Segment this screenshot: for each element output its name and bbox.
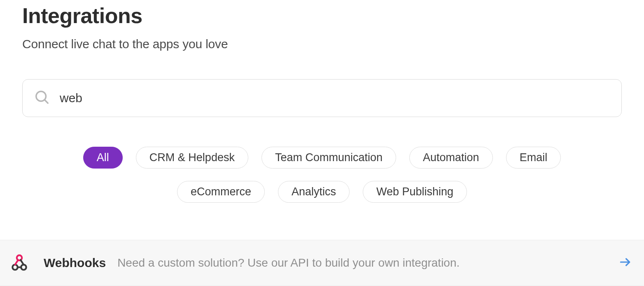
filter-chip-email[interactable]: Email: [506, 147, 561, 169]
search-box[interactable]: [22, 79, 622, 117]
arrow-right-icon: [618, 256, 632, 270]
filter-chip-web-publishing[interactable]: Web Publishing: [363, 181, 467, 203]
filter-chip-analytics[interactable]: Analytics: [278, 181, 350, 203]
svg-line-1: [44, 100, 48, 103]
filter-chip-crm-helpdesk[interactable]: CRM & Helpdesk: [136, 147, 248, 169]
filter-chip-ecommerce[interactable]: eCommerce: [177, 181, 265, 203]
search-icon: [34, 89, 50, 107]
webhooks-title: Webhooks: [44, 256, 106, 270]
search-input[interactable]: [60, 91, 610, 105]
webhooks-icon: [9, 252, 30, 274]
filter-chip-team-communication[interactable]: Team Communication: [261, 147, 396, 169]
webhooks-banner[interactable]: Webhooks Need a custom solution? Use our…: [0, 240, 644, 286]
page-title: Integrations: [22, 0, 622, 28]
page-subtitle: Connect live chat to the apps you love: [22, 37, 622, 51]
filter-chip-row: All CRM & Helpdesk Team Communication Au…: [22, 147, 622, 203]
webhooks-description: Need a custom solution? Use our API to b…: [117, 256, 610, 270]
filter-chip-automation[interactable]: Automation: [409, 147, 493, 169]
filter-chip-all[interactable]: All: [83, 147, 123, 169]
